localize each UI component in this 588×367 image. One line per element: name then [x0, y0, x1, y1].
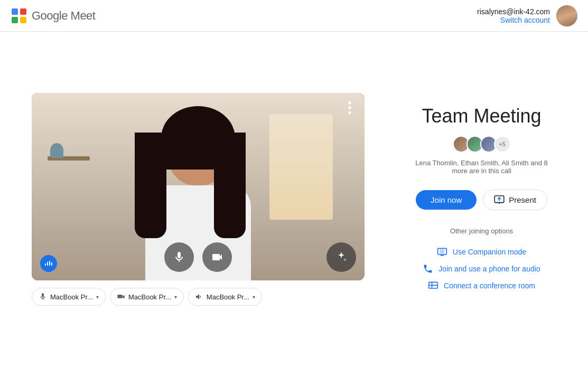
mic-selector-icon [39, 293, 47, 301]
account-info: risalynes@ink-42.com Switch account [477, 7, 550, 24]
camera-device-label: MacBook Pr... [128, 293, 171, 301]
companion-mode-link[interactable]: Use Companion mode [437, 243, 526, 260]
phone-audio-link[interactable]: Join and use a phone for audio [423, 260, 540, 277]
phone-audio-icon [423, 264, 433, 274]
conference-room-label: Connect a conference room [444, 281, 535, 290]
svg-marker-12 [123, 295, 125, 299]
svg-rect-0 [12, 8, 18, 15]
avatar-image [556, 5, 577, 26]
svg-rect-1 [20, 8, 26, 15]
speaker-selector[interactable]: MacBook Pr... ▾ [188, 288, 262, 306]
video-section: MacBook Pr... ▾ MacBook Pr... ▾ MacBook … [32, 93, 365, 306]
participants-avatars: +5 [453, 136, 511, 153]
logo-text: Google Meet [32, 9, 95, 23]
microphone-chevron-icon: ▾ [96, 294, 99, 300]
vertical-dots-icon [341, 99, 358, 116]
camera-selector-icon [117, 293, 125, 301]
participants-text: Lena Thomlin, Ethan Smith, Ali Smith and… [407, 159, 556, 175]
speaker-selector-icon [195, 293, 203, 301]
google-meet-logo-icon [11, 7, 27, 24]
camera-selector[interactable]: MacBook Pr... ▾ [110, 288, 184, 306]
video-overlay [32, 93, 365, 280]
other-options-title: Other joining options [450, 227, 513, 235]
microphone-icon [173, 251, 185, 264]
companion-mode-label: Use Companion mode [453, 248, 526, 256]
conference-room-icon [428, 280, 438, 291]
header: Google Meet risalynes@ink-42.com Switch … [0, 0, 588, 32]
conference-room-link[interactable]: Connect a conference room [428, 277, 535, 294]
svg-rect-3 [20, 17, 26, 23]
companion-mode-icon [437, 247, 447, 257]
svg-point-6 [348, 111, 351, 114]
sparkle-icon [335, 251, 348, 264]
speaker-chevron-icon: ▾ [253, 294, 255, 300]
svg-point-4 [348, 101, 351, 104]
microphone-device-label: MacBook Pr... [50, 293, 93, 301]
svg-rect-2 [12, 17, 18, 23]
present-icon [494, 195, 505, 204]
meeting-title: Team Meeting [422, 105, 541, 127]
more-options-button[interactable] [341, 99, 358, 116]
camera-icon [211, 251, 223, 264]
right-panel: Team Meeting +5 Lena Thomlin, Ethan Smit… [407, 105, 556, 294]
video-container [32, 93, 365, 280]
controls-bar [32, 242, 365, 272]
account-email: risalynes@ink-42.com [477, 7, 550, 16]
participants-more-badge: +5 [494, 136, 511, 153]
present-button[interactable]: Present [483, 190, 547, 210]
speaker-device-label: MacBook Pr... [207, 293, 249, 301]
svg-rect-11 [117, 295, 122, 298]
svg-point-5 [348, 106, 351, 109]
effects-button[interactable] [326, 242, 356, 272]
switch-account-link[interactable]: Switch account [500, 16, 550, 24]
join-buttons: Join now Present [416, 190, 547, 210]
camera-chevron-icon: ▾ [174, 294, 177, 300]
phone-audio-label: Join and use a phone for audio [438, 265, 540, 273]
main-content: MacBook Pr... ▾ MacBook Pr... ▾ MacBook … [0, 32, 588, 367]
microphone-selector[interactable]: MacBook Pr... ▾ [32, 288, 106, 306]
svg-rect-15 [440, 249, 444, 253]
device-selectors: MacBook Pr... ▾ MacBook Pr... ▾ MacBook … [32, 288, 365, 306]
logo-area: Google Meet [11, 7, 95, 24]
camera-toggle-button[interactable] [202, 242, 232, 272]
account-area: risalynes@ink-42.com Switch account [477, 5, 577, 26]
microphone-toggle-button[interactable] [164, 242, 194, 272]
join-now-button[interactable]: Join now [416, 190, 477, 210]
avatar[interactable] [556, 5, 577, 26]
